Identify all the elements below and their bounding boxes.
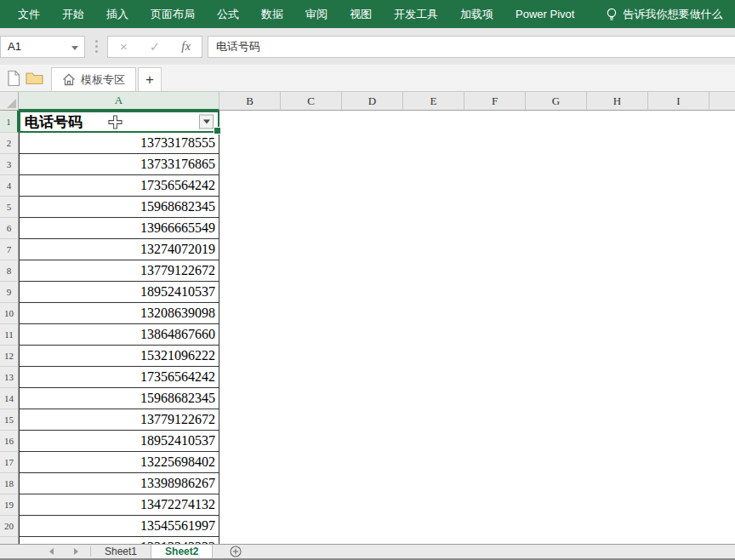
cell-a4[interactable]: 17356564242 bbox=[19, 175, 219, 197]
cell-a8[interactable]: 13779122672 bbox=[19, 260, 219, 282]
row-header-15[interactable]: 15 bbox=[0, 409, 19, 431]
empty-cells-area[interactable] bbox=[219, 388, 735, 409]
column-header-A[interactable]: A bbox=[19, 92, 219, 111]
select-all-corner[interactable] bbox=[0, 92, 19, 111]
row-header-4[interactable]: 4 bbox=[0, 175, 19, 197]
row-header-8[interactable]: 8 bbox=[0, 260, 19, 282]
sheet-tab-sheet1[interactable]: Sheet1 bbox=[91, 545, 151, 558]
row-header-20[interactable]: 20 bbox=[0, 516, 19, 537]
ribbon-tab-9[interactable]: 加载项 bbox=[449, 0, 504, 28]
empty-cells-area[interactable] bbox=[219, 346, 735, 367]
row-header-17[interactable]: 17 bbox=[0, 452, 19, 473]
formula-bar-input[interactable]: 电话号码 bbox=[208, 36, 735, 58]
empty-cells-area[interactable] bbox=[219, 154, 735, 175]
formula-bar-drag-handle[interactable] bbox=[85, 40, 107, 53]
row-header-12[interactable]: 12 bbox=[0, 346, 19, 367]
cell-a13[interactable]: 17356564242 bbox=[19, 367, 219, 388]
column-header-F[interactable]: F bbox=[464, 92, 526, 111]
cell-a7[interactable]: 13274072019 bbox=[19, 239, 219, 260]
cell-a20[interactable]: 13545561997 bbox=[19, 516, 219, 537]
cell-a2[interactable]: 13733178555 bbox=[19, 133, 219, 154]
empty-cells-area[interactable] bbox=[219, 111, 735, 133]
ribbon-tab-8[interactable]: 开发工具 bbox=[383, 0, 449, 28]
row-header-11[interactable]: 11 bbox=[0, 324, 19, 346]
cell-a16[interactable]: 18952410537 bbox=[19, 431, 219, 452]
empty-cells-area[interactable] bbox=[219, 282, 735, 303]
insert-function-button[interactable]: fx bbox=[170, 37, 202, 57]
ribbon-tab-2[interactable]: 插入 bbox=[95, 0, 140, 28]
open-folder-icon[interactable] bbox=[24, 65, 44, 91]
ribbon-tab-7[interactable]: 视图 bbox=[339, 0, 383, 28]
sheet-prev-icon[interactable] bbox=[49, 548, 54, 555]
cancel-button[interactable]: × bbox=[108, 37, 140, 57]
empty-cells-area[interactable] bbox=[219, 133, 735, 154]
cell-a19[interactable]: 13472274132 bbox=[19, 494, 219, 516]
column-header-D[interactable]: D bbox=[342, 92, 403, 111]
cell-a9[interactable]: 18952410537 bbox=[19, 282, 219, 303]
empty-cells-area[interactable] bbox=[219, 197, 735, 218]
empty-cells-area[interactable] bbox=[219, 431, 735, 452]
cell-a6[interactable]: 13966665549 bbox=[19, 218, 219, 239]
row-header-16[interactable]: 16 bbox=[0, 431, 19, 452]
empty-cells-area[interactable] bbox=[219, 473, 735, 494]
add-sheet-button[interactable] bbox=[230, 545, 242, 558]
row-header-3[interactable]: 3 bbox=[0, 154, 19, 175]
cell-a3[interactable]: 13733176865 bbox=[19, 154, 219, 175]
empty-cells-area[interactable] bbox=[219, 452, 735, 473]
ribbon-tab-3[interactable]: 页面布局 bbox=[140, 0, 206, 28]
column-header-C[interactable]: C bbox=[281, 92, 342, 111]
row-header-2[interactable]: 2 bbox=[0, 133, 19, 154]
row-header-7[interactable]: 7 bbox=[0, 239, 19, 260]
cell-a11[interactable]: 13864867660 bbox=[19, 324, 219, 346]
new-workbook-tab-button[interactable]: + bbox=[138, 67, 162, 91]
name-box[interactable]: A1 bbox=[0, 36, 85, 58]
name-box-dropdown-icon[interactable] bbox=[71, 46, 78, 50]
cell-a12[interactable]: 15321096222 bbox=[19, 346, 219, 367]
tab-template-zone[interactable]: 模板专区 bbox=[51, 67, 136, 91]
empty-cells-area[interactable] bbox=[219, 367, 735, 388]
cell-a5[interactable]: 15968682345 bbox=[19, 197, 219, 218]
column-header-G[interactable]: G bbox=[526, 92, 587, 111]
cell-a1-selected[interactable]: 电话号码 bbox=[19, 111, 219, 133]
empty-cells-area[interactable] bbox=[219, 409, 735, 431]
row-header-14[interactable]: 14 bbox=[0, 388, 19, 409]
ribbon-tab-10[interactable]: Power Pivot bbox=[504, 0, 585, 28]
enter-button[interactable]: ✓ bbox=[140, 37, 171, 57]
tell-me-box[interactable]: 告诉我你想要做什么 bbox=[606, 7, 722, 22]
column-header-H[interactable]: H bbox=[587, 92, 648, 111]
row-header-10[interactable]: 10 bbox=[0, 303, 19, 324]
autofilter-dropdown-button[interactable] bbox=[199, 115, 214, 129]
empty-cells-area[interactable] bbox=[219, 260, 735, 282]
row-header-6[interactable]: 6 bbox=[0, 218, 19, 239]
column-header-I[interactable]: I bbox=[648, 92, 709, 111]
fill-handle[interactable] bbox=[214, 127, 221, 134]
cell-a15[interactable]: 13779122672 bbox=[19, 409, 219, 431]
empty-cells-area[interactable] bbox=[219, 175, 735, 197]
row-header-19[interactable]: 19 bbox=[0, 494, 19, 516]
empty-cells-area[interactable] bbox=[219, 494, 735, 516]
empty-cells-area[interactable] bbox=[219, 303, 735, 324]
empty-cells-area[interactable] bbox=[219, 324, 735, 346]
ribbon-tab-6[interactable]: 审阅 bbox=[294, 0, 339, 28]
row-header-13[interactable]: 13 bbox=[0, 367, 19, 388]
ribbon-tab-0[interactable]: 文件 bbox=[7, 0, 51, 28]
row-header-5[interactable]: 5 bbox=[0, 197, 19, 218]
ribbon-tab-1[interactable]: 开始 bbox=[51, 0, 95, 28]
cell-a14[interactable]: 15968682345 bbox=[19, 388, 219, 409]
row-header-1[interactable]: 1 bbox=[0, 111, 19, 133]
new-document-icon[interactable] bbox=[3, 65, 24, 91]
ribbon-tab-4[interactable]: 公式 bbox=[206, 0, 250, 28]
column-header-B[interactable]: B bbox=[219, 92, 281, 111]
sheet-tab-sheet2[interactable]: Sheet2 bbox=[151, 545, 213, 558]
empty-cells-area[interactable] bbox=[219, 239, 735, 260]
row-header-9[interactable]: 9 bbox=[0, 282, 19, 303]
row-header-18[interactable]: 18 bbox=[0, 473, 19, 494]
ribbon-tab-5[interactable]: 数据 bbox=[250, 0, 294, 28]
sheet-next-icon[interactable] bbox=[74, 548, 78, 555]
cell-a17[interactable]: 13225698402 bbox=[19, 452, 219, 473]
column-header-E[interactable]: E bbox=[403, 92, 464, 111]
empty-cells-area[interactable] bbox=[219, 218, 735, 239]
cell-a10[interactable]: 13208639098 bbox=[19, 303, 219, 324]
cell-a18[interactable]: 13398986267 bbox=[19, 473, 219, 494]
empty-cells-area[interactable] bbox=[219, 516, 735, 537]
